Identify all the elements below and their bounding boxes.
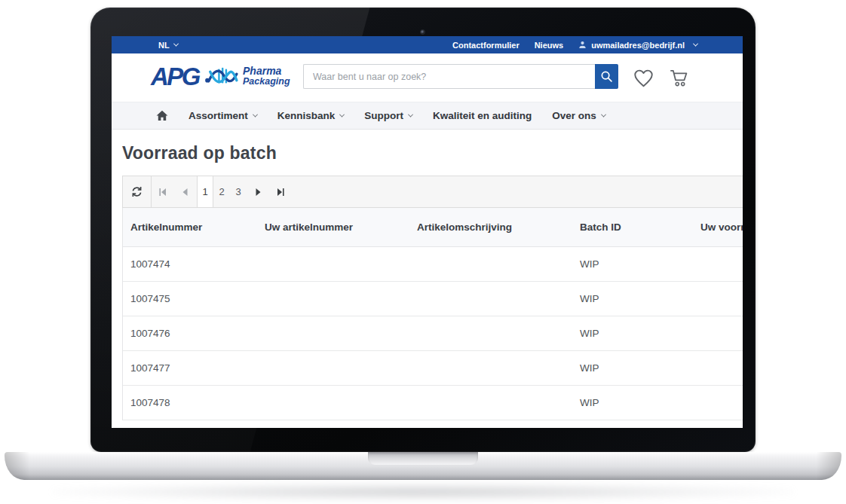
nav-item-over-ons[interactable]: Over ons [552,110,605,121]
laptop-screen: NL Contactformulier Nieuws uwmailadres@b… [112,36,743,428]
nav-item-label: Kennisbank [277,110,336,121]
nav-item-kennisbank[interactable]: Kennisbank [277,110,345,121]
page-button-3[interactable]: 3 [230,176,247,207]
top-utility-bar: NL Contactformulier Nieuws uwmailadres@b… [112,36,743,53]
cell-artikelomschrijving [409,386,572,420]
nav-item-label: Over ons [552,110,596,121]
cell-batch-id: WIP [572,386,693,420]
cell-uw-voorraad [693,386,743,420]
nav-item-assortiment[interactable]: Assortiment [189,110,257,121]
laptop-mockup-scene: NL Contactformulier Nieuws uwmailadres@b… [0,0,846,504]
cell-uw-artikelnummer [257,386,409,420]
main-navigation: Assortiment Kennisbank Support Kwaliteit… [112,102,743,130]
nav-home[interactable] [156,110,168,121]
nav-item-label: Support [364,110,403,121]
cell-uw-artikelnummer [257,316,409,350]
cell-uw-voorraad [693,247,743,281]
news-link[interactable]: Nieuws [535,41,564,50]
cell-batch-id: WIP [572,282,693,316]
grid-pager-toolbar: 1 2 3 [122,176,743,208]
cell-artikelnummer: 1007476 [123,316,257,350]
column-header-uw-voorraad: Uw voorraad [693,208,743,246]
table-row: 1007476 WIP [123,316,743,351]
logo-brand-text: APG [151,64,199,89]
first-page-icon [158,188,167,197]
last-page-button[interactable] [269,176,292,207]
next-page-icon [253,188,262,197]
laptop-lid: NL Contactformulier Nieuws uwmailadres@b… [90,8,756,452]
cell-uw-voorraad [693,316,743,350]
search-input[interactable] [303,64,595,89]
company-logo[interactable]: APG Pharma Packaging [151,63,290,90]
dna-helix-icon [204,63,238,90]
webcam-dot [420,29,425,35]
nav-item-kwaliteit[interactable]: Kwaliteit en auditing [433,110,532,121]
topbar-links: Contactformulier Nieuws uwmailadres@bedr… [452,41,697,50]
page-title: Voorraad op batch [122,143,277,163]
chevron-down-icon [408,112,413,118]
search-bar [303,64,618,89]
chevron-down-icon [173,41,179,47]
logo-tagline: Pharma Packaging [243,66,290,87]
cell-batch-id: WIP [572,316,693,350]
heart-icon [633,69,654,87]
table-row: 1007474 WIP [123,247,743,282]
prev-page-icon [181,188,190,197]
logo-tagline-line2: Packaging [243,77,290,87]
page-content: Voorraad op batch [112,130,743,428]
language-label: NL [158,41,170,50]
logo-tagline-line1: Pharma [243,66,290,77]
cell-uw-voorraad [693,282,743,316]
batch-stock-grid: Artikelnummer Uw artikelnummer Artikelom… [122,208,743,420]
chevron-down-icon [693,41,698,47]
home-icon [156,110,168,121]
cell-artikelomschrijving [409,282,572,316]
search-button[interactable] [595,64,618,89]
language-selector[interactable]: NL [158,41,178,50]
cell-uw-artikelnummer [257,351,409,385]
search-icon [600,70,613,83]
cell-artikelomschrijving [409,316,572,350]
column-header-uw-artikelnummer: Uw artikelnummer [257,208,409,246]
contact-link[interactable]: Contactformulier [452,41,520,50]
site-header: APG Pharma Packaging [112,53,743,102]
column-header-artikelomschrijving: Artikelomschrijving [409,208,572,246]
chevron-down-icon [253,112,258,118]
cell-artikelnummer: 1007478 [123,386,257,420]
cell-uw-voorraad [693,351,743,385]
cell-artikelnummer: 1007477 [123,351,257,385]
first-page-button[interactable] [152,176,174,207]
cell-batch-id: WIP [572,247,693,281]
nav-item-label: Kwaliteit en auditing [433,110,532,121]
chevron-down-icon [339,112,345,118]
cell-artikelnummer: 1007475 [123,282,257,316]
refresh-icon [131,186,143,197]
table-header-row: Artikelnummer Uw artikelnummer Artikelom… [123,208,743,247]
page-button-2[interactable]: 2 [213,176,230,207]
cart-button[interactable] [667,66,690,89]
wishlist-button[interactable] [632,66,654,89]
laptop-base [5,452,841,480]
next-page-button[interactable] [247,176,269,207]
cell-artikelnummer: 1007474 [123,247,257,281]
account-email: uwmailadres@bedrijf.nl [591,41,685,50]
laptop-base-notch [368,452,478,465]
table-row: 1007477 WIP [123,351,743,386]
user-icon [578,41,587,49]
column-header-artikelnummer: Artikelnummer [123,208,257,246]
cell-artikelomschrijving [409,247,572,281]
last-page-icon [276,188,285,197]
refresh-button[interactable] [123,176,152,207]
nav-item-support[interactable]: Support [364,110,412,121]
column-header-batch-id: Batch ID [572,208,693,246]
cell-uw-artikelnummer [257,282,409,316]
cell-uw-artikelnummer [257,247,409,281]
table-row: 1007475 WIP [123,282,743,316]
cell-batch-id: WIP [572,351,693,385]
nav-item-label: Assortiment [189,110,248,121]
laptop-reflection [53,483,793,501]
prev-page-button[interactable] [174,176,197,207]
cart-icon [669,69,689,87]
page-button-1[interactable]: 1 [197,176,213,207]
account-menu[interactable]: uwmailadres@bedrijf.nl [578,41,697,50]
